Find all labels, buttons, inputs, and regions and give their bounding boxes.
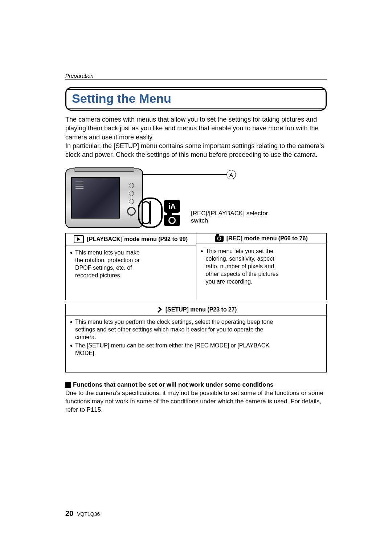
setup-body: This menu lets you perform the clock set… bbox=[66, 315, 326, 372]
camera-illustration bbox=[65, 168, 143, 228]
rec-mode-icon bbox=[215, 236, 224, 242]
doc-code: VQT1Q36 bbox=[77, 511, 100, 517]
note-heading: Functions that cannot be set or will not… bbox=[65, 381, 327, 388]
intro-text: The camera comes with menus that allow y… bbox=[65, 115, 327, 159]
playback-bullet: This menu lets you make the rotation, pr… bbox=[70, 249, 144, 279]
playback-header-text: [PLAYBACK] mode menu (P92 to 99) bbox=[87, 236, 188, 243]
callout-label-a: A bbox=[226, 170, 236, 179]
rec-bullet: This menu lets you set the coloring, sen… bbox=[201, 248, 282, 285]
rec-mode-icon bbox=[164, 215, 180, 226]
setup-header-text: [SETUP] menu (P23 to 27) bbox=[166, 306, 237, 313]
playback-header: [PLAYBACK] mode menu (P92 to 99) bbox=[66, 233, 196, 245]
camera-top-edge bbox=[74, 167, 134, 172]
title-inner: Setting the Menu bbox=[68, 89, 324, 109]
page-number: 20 bbox=[65, 509, 73, 517]
playback-icon bbox=[74, 235, 84, 243]
selector-note: [REC]/[PLAYBACK] selector switch bbox=[191, 210, 274, 224]
page-title: Setting the Menu bbox=[72, 91, 320, 106]
page-footer: 20 VQT1Q36 bbox=[65, 509, 100, 518]
rec-header-text: [REC] mode menu (P66 to 76) bbox=[226, 235, 308, 242]
callout-line bbox=[143, 174, 226, 175]
note-heading-text: Functions that cannot be set or will not… bbox=[73, 381, 274, 388]
mode-icon-stack: iA bbox=[164, 200, 180, 226]
square-bullet-icon bbox=[65, 382, 71, 388]
section-header: Preparation bbox=[65, 73, 327, 80]
playback-column: [PLAYBACK] mode menu (P92 to 99) This me… bbox=[66, 233, 196, 300]
setup-header: [SETUP] menu (P23 to 27) bbox=[66, 304, 326, 315]
rec-column: [REC] mode menu (P66 to 76) This menu le… bbox=[196, 233, 327, 300]
modes-table: [PLAYBACK] mode menu (P92 to 99) This me… bbox=[65, 233, 327, 300]
note-body: Due to the camera's specifications, it m… bbox=[65, 389, 327, 414]
setup-box: [SETUP] menu (P23 to 27) This menu lets … bbox=[65, 304, 327, 372]
wrench-icon bbox=[155, 306, 163, 313]
camera-control-dots bbox=[126, 180, 136, 220]
rec-body: This menu lets you set the coloring, sen… bbox=[196, 244, 327, 298]
rec-header: [REC] mode menu (P66 to 76) bbox=[196, 233, 327, 244]
selector-switch-icon bbox=[138, 197, 163, 228]
camera-screen bbox=[71, 177, 120, 219]
setup-bullet-1: This menu lets you perform the clock set… bbox=[70, 318, 277, 341]
diagram-row: A iA [REC]/[PLAYBACK] selector switch bbox=[65, 168, 327, 228]
ia-mode-icon: iA bbox=[164, 200, 180, 213]
playback-body: This menu lets you make the rotation, pr… bbox=[66, 245, 196, 300]
manual-page: Preparation Setting the Menu The camera … bbox=[0, 0, 392, 554]
setup-bullet-2: The [SETUP] menu can be set from either … bbox=[70, 342, 277, 357]
title-frame: Setting the Menu bbox=[65, 87, 327, 111]
